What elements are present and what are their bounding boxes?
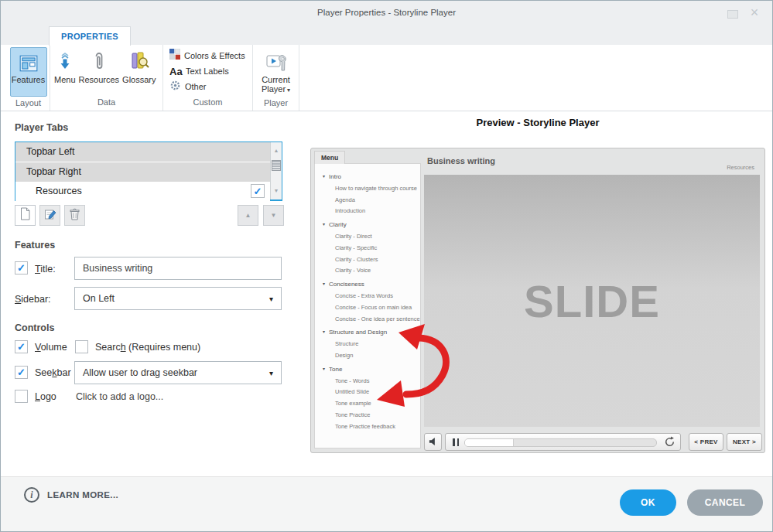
scroll-down-icon[interactable]: ▼ bbox=[271, 182, 282, 200]
caret-down-icon: ▾ bbox=[323, 219, 325, 230]
cancel-button[interactable]: CANCEL bbox=[687, 489, 763, 516]
ok-button[interactable]: OK bbox=[620, 489, 676, 516]
preview-slide: SLIDE bbox=[424, 175, 760, 427]
preview-seekbar[interactable] bbox=[464, 438, 657, 447]
glossary-button[interactable]: Glossary bbox=[122, 47, 156, 95]
maximize-button[interactable] bbox=[727, 10, 738, 19]
title-label: Title: bbox=[35, 264, 56, 275]
preview-menu-item[interactable]: Untitled Slide bbox=[315, 387, 420, 398]
preview-menu-item[interactable]: Tone Practice feedback bbox=[315, 421, 420, 433]
resources-button[interactable]: Resources bbox=[79, 47, 120, 95]
edit-tab-button[interactable] bbox=[39, 205, 60, 226]
preview-menu-panel: ▾IntroHow to navigate through courseAgen… bbox=[314, 163, 421, 448]
menu-icon bbox=[56, 47, 74, 75]
preview-menu-item[interactable]: Structure bbox=[315, 339, 420, 350]
footer: i LEARN MORE... OK CANCEL bbox=[1, 476, 772, 531]
preview-menu-item[interactable]: Tone Practice bbox=[315, 410, 420, 421]
preview-volume-button[interactable] bbox=[424, 433, 442, 451]
text-labels-button[interactable]: Aa Text Labels bbox=[169, 63, 245, 79]
preview-menu-item[interactable]: Tone - Words bbox=[315, 376, 420, 387]
text-labels-label: Text Labels bbox=[186, 66, 229, 76]
move-down-button[interactable]: ▼ bbox=[263, 205, 284, 226]
title-checkbox[interactable]: ✓ bbox=[15, 261, 28, 275]
preview-menu-item[interactable]: Clarity - Direct bbox=[315, 231, 420, 243]
list-scrollbar[interactable]: ▲ ▼ bbox=[270, 142, 282, 200]
chevron-right-icon: > bbox=[752, 438, 756, 445]
preview-menu-item[interactable]: Clarity - Specific bbox=[315, 243, 420, 254]
volume-checkbox[interactable]: ✓ bbox=[15, 340, 28, 353]
slide-placeholder-text: SLIDE bbox=[524, 275, 660, 327]
window-title: Player Properties - Storyline Player bbox=[1, 8, 772, 17]
preview-menu-item[interactable]: Clarity - Clusters bbox=[315, 254, 420, 266]
preview-menu-tab[interactable]: Menu bbox=[314, 151, 345, 164]
ribbon: Features Layout Menu Resources bbox=[1, 45, 772, 111]
colors-effects-button[interactable]: Colors & Effects bbox=[169, 48, 245, 63]
features-heading: Features bbox=[15, 240, 55, 251]
logo-checkbox[interactable]: ✓ bbox=[15, 390, 28, 403]
chevron-left-icon: < bbox=[694, 438, 698, 445]
preview-menu-item[interactable]: Clarity - Voice bbox=[315, 265, 420, 277]
search-checkbox[interactable]: ✓ bbox=[75, 340, 88, 353]
scrollbar-thumb[interactable] bbox=[272, 160, 281, 171]
add-tab-button[interactable] bbox=[15, 205, 36, 226]
current-player-label: Current Player▾ bbox=[262, 75, 290, 95]
preview-menu-item[interactable]: ▾Conciseness bbox=[315, 278, 420, 291]
paperclip-icon bbox=[93, 47, 105, 75]
preview-menu-item[interactable]: Agenda bbox=[315, 195, 420, 206]
resources-visible-checkbox[interactable]: ✓ bbox=[251, 184, 265, 198]
seekbar-checkbox[interactable]: ✓ bbox=[15, 366, 28, 379]
preview-menu-item[interactable]: ▾Intro bbox=[315, 171, 420, 183]
player-properties-dialog: Player Properties - Storyline Player × P… bbox=[0, 0, 773, 532]
preview-menu-item[interactable]: How to navigate through course bbox=[315, 183, 420, 195]
logo-label: Logo bbox=[35, 391, 56, 402]
player-tabs-heading: Player Tabs bbox=[15, 122, 68, 133]
move-up-button[interactable]: ▲ bbox=[238, 205, 258, 226]
preview-menu-item[interactable]: ▾Tone bbox=[315, 363, 420, 376]
title-input[interactable] bbox=[74, 257, 282, 280]
list-item-topbar-right[interactable]: Topbar Right bbox=[15, 162, 270, 182]
seekbar-select-value: Allow user to drag seekbar bbox=[83, 367, 197, 378]
glossary-books-icon bbox=[129, 47, 149, 75]
preview-menu-item[interactable]: ▾Structure and Design bbox=[315, 326, 420, 339]
seekbar-progress bbox=[465, 439, 514, 446]
preview-menu-item[interactable]: Concise - Extra Words bbox=[315, 291, 420, 302]
preview-menu-item[interactable]: Concise - One idea per sentence bbox=[315, 314, 420, 326]
preview-next-button[interactable]: NEXT > bbox=[727, 433, 762, 451]
resources-button-label: Resources bbox=[79, 75, 120, 84]
menu-button[interactable]: Menu bbox=[54, 47, 76, 95]
replay-icon[interactable] bbox=[664, 436, 676, 451]
chevron-down-icon: ▾ bbox=[269, 295, 273, 303]
current-player-button[interactable]: Current Player▾ bbox=[258, 47, 295, 97]
delete-tab-button[interactable] bbox=[64, 205, 85, 226]
preview-menu-item[interactable]: Design bbox=[315, 350, 420, 362]
current-player-icon bbox=[265, 52, 287, 75]
preview-menu-item[interactable]: ▾Clarity bbox=[315, 219, 420, 231]
scroll-up-icon[interactable]: ▲ bbox=[271, 142, 282, 159]
caret-down-icon: ▾ bbox=[323, 171, 325, 182]
search-label: Search (Requires menu) bbox=[95, 342, 200, 353]
pause-icon[interactable] bbox=[453, 438, 459, 446]
trash-icon bbox=[69, 208, 80, 223]
preview-menu-item[interactable]: Concise - Focus on main idea bbox=[315, 302, 420, 314]
tab-properties[interactable]: PROPERTIES bbox=[49, 26, 131, 46]
preview-menu-item[interactable]: Tone example bbox=[315, 398, 420, 410]
sidebar-select[interactable]: On Left ▾ bbox=[74, 287, 282, 310]
preview-menu-item[interactable]: Introduction bbox=[315, 206, 420, 217]
caret-down-icon: ▾ bbox=[323, 363, 325, 375]
features-button[interactable]: Features bbox=[10, 47, 47, 97]
group-label-custom: Custom bbox=[163, 96, 252, 111]
features-layout-icon bbox=[19, 52, 39, 75]
other-button[interactable]: Other bbox=[169, 79, 245, 94]
seekbar-label: Seekbar bbox=[35, 367, 71, 378]
close-button[interactable]: × bbox=[746, 4, 763, 21]
list-item-resources[interactable]: Resources bbox=[15, 182, 270, 201]
learn-more-link[interactable]: LEARN MORE... bbox=[47, 490, 118, 500]
player-tabs-list: Topbar Left Topbar Right Resources ✓ ▲ ▼ bbox=[15, 142, 282, 201]
caret-down-icon: ▾ bbox=[323, 326, 325, 338]
logo-add-link[interactable]: Click to add a logo... bbox=[76, 391, 163, 402]
preview-resources-tab[interactable]: Resources bbox=[727, 164, 754, 171]
preview-prev-button[interactable]: < PREV bbox=[689, 433, 723, 451]
seekbar-select[interactable]: Allow user to drag seekbar ▾ bbox=[74, 361, 282, 384]
list-item-topbar-left[interactable]: Topbar Left bbox=[15, 142, 270, 162]
new-document-icon bbox=[19, 207, 31, 223]
